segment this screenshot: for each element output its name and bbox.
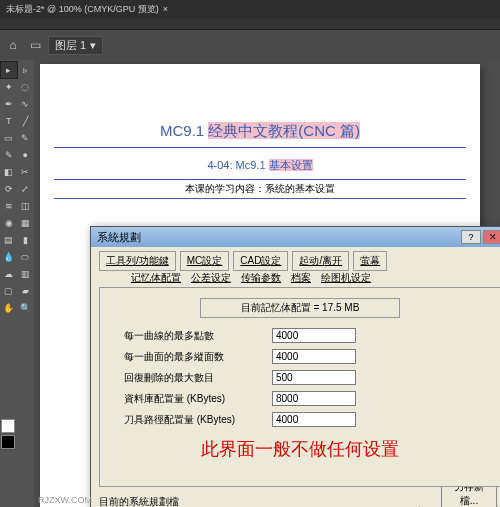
tab-row-1: 工具列/功能鍵 MC設定 CAD設定 起动/离开 萤幕 — [91, 247, 500, 271]
artboard-tool[interactable]: ▢ — [1, 283, 17, 299]
rect-tool[interactable]: ▭ — [1, 130, 17, 146]
field-db: 資料庫配置量 (KBytes) — [124, 391, 476, 406]
app-title: 未标题-2* @ 100% (CMYK/GPU 预览) — [6, 3, 159, 16]
lasso-tool[interactable]: ◌ — [18, 79, 34, 95]
graph-tool[interactable]: ▥ — [18, 266, 34, 282]
tab-cad[interactable]: CAD設定 — [233, 251, 288, 271]
toolpath-input[interactable] — [272, 412, 356, 427]
lesson-text: 本课的学习内容：系统的基本设置 — [54, 179, 466, 199]
color-swatches — [1, 419, 15, 449]
tab-tolerance[interactable]: 公差设定 — [191, 271, 231, 285]
blob-tool[interactable]: ● — [18, 147, 34, 163]
system-config-dialog: 系統規劃 ? ✕ 工具列/功能鍵 MC設定 CAD設定 起动/离开 萤幕 记忆体… — [90, 226, 500, 507]
memory-panel: 目前記忆体配置 = 17.5 MB 每一曲線的最多點數 每一曲面的最多縱面数 回… — [99, 287, 500, 487]
doc-title: MC9.1 经典中文教程(CNC 篇) — [40, 122, 480, 141]
db-input[interactable] — [272, 391, 356, 406]
field-surface: 每一曲面的最多縱面数 — [124, 349, 476, 364]
curve-tool[interactable]: ∿ — [18, 96, 34, 112]
top-menu-bar — [0, 18, 500, 30]
transform-tool[interactable]: ◫ — [18, 198, 34, 214]
tab-memory[interactable]: 记忆体配置 — [131, 271, 181, 285]
tab-transfer[interactable]: 传输参数 — [241, 271, 281, 285]
tools-panel: ▸▹ ✦◌ ✒∿ T╱ ▭✎ ✎● ◧✂ ⟳⤢ ≋◫ ◉▦ ▤▮ 💧⬭ ☁▥ ▢… — [0, 60, 34, 507]
stroke-swatch[interactable] — [1, 435, 15, 449]
curve-points-input[interactable] — [272, 328, 356, 343]
tab-row-2: 记忆体配置 公差设定 传输参数 档案 绘图机设定 — [91, 271, 500, 287]
tab-start[interactable]: 起动/离开 — [292, 251, 349, 271]
field-curve-points: 每一曲線的最多點數 — [124, 328, 476, 343]
shape-tool[interactable]: ◉ — [1, 215, 17, 231]
canvas-area: MC9.1 经典中文教程(CNC 篇) 4-04: Mc9.1 基本设置 本课的… — [34, 60, 500, 507]
blend-tool[interactable]: ⬭ — [18, 249, 34, 265]
scissor-tool[interactable]: ✂ — [18, 164, 34, 180]
type-tool[interactable]: T — [1, 113, 17, 129]
help-button[interactable]: ? — [461, 230, 481, 244]
pencil-tool[interactable]: ✎ — [1, 147, 17, 163]
memory-label: 目前記忆体配置 = 17.5 MB — [200, 298, 400, 318]
fill-swatch[interactable] — [1, 419, 15, 433]
gradient-tool[interactable]: ▮ — [18, 232, 34, 248]
slice-tool[interactable]: ▰ — [18, 283, 34, 299]
watermark: RJZXW.COM — [38, 495, 92, 505]
width-tool[interactable]: ≋ — [1, 198, 17, 214]
field-undo: 回復刪除的最大數目 — [124, 370, 476, 385]
surface-input[interactable] — [272, 349, 356, 364]
home-icon[interactable]: ⌂ — [4, 36, 22, 54]
warning-text: 此界面一般不做任何设置 — [106, 437, 494, 461]
field-toolpath: 刀具路徑配置量 (KBytes) — [124, 412, 476, 427]
tab-file[interactable]: 档案 — [291, 271, 311, 285]
tab-screen[interactable]: 萤幕 — [353, 251, 387, 271]
close-button[interactable]: ✕ — [483, 230, 500, 244]
scale-tool[interactable]: ⤢ — [18, 181, 34, 197]
brush-tool[interactable]: ✎ — [18, 130, 34, 146]
perspective-tool[interactable]: ▦ — [18, 215, 34, 231]
layer-label: 图层 1 — [55, 38, 86, 53]
dialog-titlebar[interactable]: 系統規劃 ? ✕ — [91, 227, 500, 247]
chevron-down-icon: ▾ — [90, 39, 96, 52]
rotate-tool[interactable]: ⟳ — [1, 181, 17, 197]
layer-dropdown[interactable]: 图层 1 ▾ — [48, 36, 103, 55]
undo-input[interactable] — [272, 370, 356, 385]
direct-select-tool[interactable]: ▹ — [18, 62, 34, 78]
app-titlebar: 未标题-2* @ 100% (CMYK/GPU 预览) × — [0, 0, 500, 18]
pen-tool[interactable]: ✒ — [1, 96, 17, 112]
mesh-tool[interactable]: ▤ — [1, 232, 17, 248]
eraser-tool[interactable]: ◧ — [1, 164, 17, 180]
line-tool[interactable]: ╱ — [18, 113, 34, 129]
eyedrop-tool[interactable]: 💧 — [1, 249, 17, 265]
tab-mc[interactable]: MC設定 — [180, 251, 230, 271]
main-toolbar: ⌂ ▭ 图层 1 ▾ — [0, 30, 500, 60]
tab-toolbar[interactable]: 工具列/功能鍵 — [99, 251, 176, 271]
hand-tool[interactable]: ✋ — [1, 300, 17, 316]
zoom-tool[interactable]: 🔍 — [18, 300, 34, 316]
dialog-bottom-row: 目前的系統規劃檔 MILL9M.CFG (公制)▾ 💾 O 确定 C 取消 H … — [99, 495, 500, 507]
wand-tool[interactable]: ✦ — [1, 79, 17, 95]
pages-icon[interactable]: ▭ — [26, 36, 44, 54]
doc-subtitle: 4-04: Mc9.1 基本设置 — [40, 158, 480, 173]
dialog-title: 系統規劃 — [97, 230, 141, 245]
symbol-tool[interactable]: ☁ — [1, 266, 17, 282]
current-config-label: 目前的系統規劃檔 — [99, 495, 244, 507]
selection-tool[interactable]: ▸ — [1, 62, 17, 78]
tab-plotter[interactable]: 绘图机设定 — [321, 271, 371, 285]
